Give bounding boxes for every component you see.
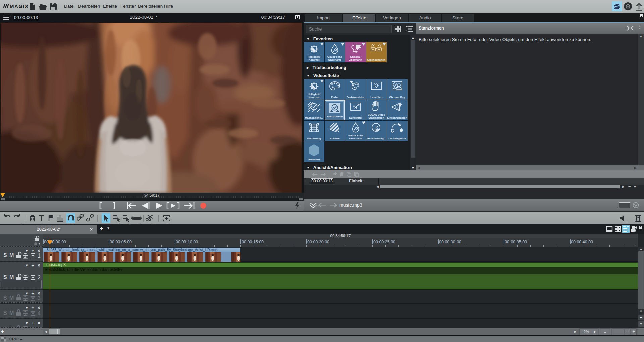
svg-text:...: ... [624,219,627,223]
svg-text:...: ... [168,221,170,224]
svg-text:S: S [3,252,7,258]
svg-text:3: 3 [38,295,41,301]
svg-text:1: 1 [38,253,41,259]
svg-text:...: ... [19,221,22,224]
svg-text:M: M [9,310,14,316]
svg-text:S: S [3,295,7,301]
svg-text:...: ... [40,221,43,224]
svg-text:S: S [3,310,7,316]
svg-text:MAGIX: MAGIX [10,3,29,9]
svg-text:...: ... [151,221,154,224]
svg-text:...: ... [72,221,74,224]
svg-text:M: M [9,295,14,301]
svg-text:2: 2 [38,275,41,280]
svg-text:...: ... [138,221,141,224]
svg-text:4: 4 [38,310,41,316]
svg-text:...: ... [119,221,122,224]
svg-text:...: ... [128,221,131,224]
svg-text:M: M [9,274,14,280]
svg-text:M: M [9,252,14,258]
svg-text:S: S [3,274,7,280]
